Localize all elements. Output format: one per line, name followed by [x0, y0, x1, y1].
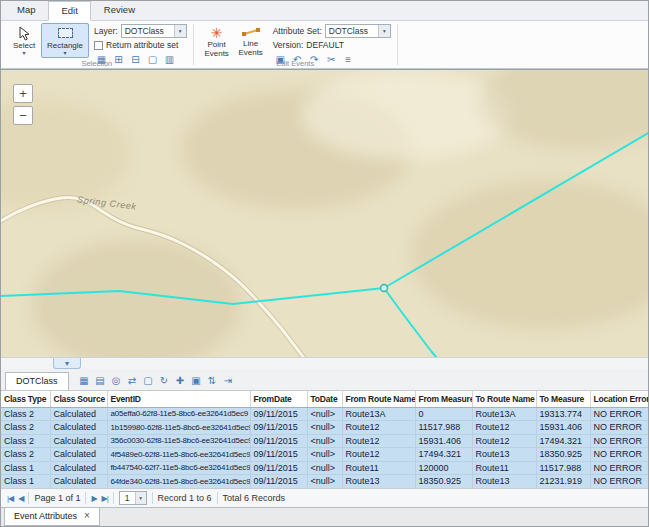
table-cell: 0 [415, 407, 472, 421]
return-attribute-set-label: Return attribute set [106, 40, 178, 50]
table-cell: Calculated [50, 448, 107, 462]
table-cell: Class 2 [1, 434, 50, 448]
version-label: Version: [273, 40, 304, 50]
column-header[interactable]: To Route Name [472, 391, 536, 407]
export-records-icon[interactable]: ⇥ [221, 373, 236, 388]
sort-records-icon[interactable]: ⇅ [205, 373, 220, 388]
table-cell: 17494.321 [415, 448, 472, 462]
layer-select[interactable]: DOTClass ▾ [121, 24, 187, 38]
point-events-icon: ✳ [211, 26, 223, 40]
table-row[interactable]: Class 2Calculateda05effa0-62f8-11e5-8bc6… [1, 407, 648, 421]
table-cell: 1b159980-62f8-11e5-8bc6-ee32641d5ec9 [107, 421, 250, 435]
table-cell: 15931.406 [415, 434, 472, 448]
table-row[interactable]: Class 2Calculated4f5489e0-62f8-11e5-8bc6… [1, 448, 648, 462]
ribbon-body: Select ▾ Rectangle ▾ Layer: DOTClass ▾ [1, 21, 648, 69]
table-row[interactable]: Class 2Calculated1b159980-62f8-11e5-8bc6… [1, 421, 648, 435]
save-record-icon[interactable]: ▣ [189, 373, 204, 388]
dotclass-layer-tab[interactable]: DOTClass [5, 372, 69, 390]
attribute-table: Class TypeClass SourceEventIDFromDateToD… [1, 391, 648, 488]
page-size-select[interactable]: 1 ▾ [119, 491, 147, 505]
layer-select-arrow-icon[interactable]: ▾ [174, 25, 186, 37]
table-cell: Route12 [472, 434, 536, 448]
table-row[interactable]: Class 2Calculated356c0030-62f8-11e5-8bc6… [1, 434, 648, 448]
tab-map[interactable]: Map [4, 0, 48, 20]
tab-review[interactable]: Review [91, 0, 148, 20]
road-spring-creek[interactable] [1, 198, 319, 357]
table-cell: NO ERROR [590, 421, 648, 435]
zoom-to-selection-icon[interactable]: ◎ [109, 373, 124, 388]
edit-events-group: ✳ Point Events Line Events Attribute Set… [194, 21, 397, 68]
column-header[interactable]: Location Error [590, 391, 648, 407]
next-page-button[interactable]: ▶ [91, 494, 96, 503]
column-header[interactable]: ToDate [307, 391, 342, 407]
first-page-button[interactable]: |◀ [7, 494, 13, 503]
table-cell: a05effa0-62f8-11e5-8bc6-ee32641d5ec9 [107, 407, 250, 421]
bottom-tab-bar: Event Attributes × [1, 507, 648, 526]
return-attribute-set-checkbox[interactable] [94, 41, 103, 50]
zoom-out-button[interactable]: − [13, 106, 33, 125]
rectangle-tool-button[interactable]: Rectangle ▾ [41, 23, 89, 58]
page-size-value: 1 [120, 493, 135, 503]
table-cell: fb447540-62f7-11e5-8bc6-ee32641d5ec9 [107, 461, 250, 475]
pager-separator [113, 492, 114, 504]
last-page-button[interactable]: ▶| [102, 494, 108, 503]
column-header[interactable]: From Route Name [342, 391, 415, 407]
layer-label: Layer: [94, 26, 118, 36]
selection-group: Select ▾ Rectangle ▾ Layer: DOTClass ▾ [1, 21, 193, 68]
page-size-arrow-icon[interactable]: ▾ [135, 492, 146, 504]
event-attributes-tab-label: Event Attributes [14, 511, 77, 521]
show-selected-records-icon[interactable]: ▤ [93, 373, 108, 388]
line-events-button[interactable]: Line Events [234, 23, 268, 58]
table-cell: <null> [307, 421, 342, 435]
route-line-west[interactable] [1, 288, 384, 304]
close-tab-icon[interactable]: × [84, 511, 90, 521]
rectangle-tool-label: Rectangle [47, 41, 83, 50]
column-header[interactable]: Class Source [50, 391, 107, 407]
panel-collapse-strip: ▼ [1, 357, 648, 369]
zoom-in-button[interactable]: + [13, 84, 33, 103]
table-cell: 64fde340-62f8-11e5-8bc6-ee32641d5ec9 [107, 475, 250, 489]
event-editor-window: Map Edit Review Select ▾ Rectangle ▾ Lay… [0, 0, 649, 527]
table-cell: 15931.406 [536, 421, 590, 435]
select-cursor-icon [18, 26, 31, 41]
map-canvas[interactable]: Spring Creek + − [1, 69, 648, 357]
table-cell: <null> [307, 434, 342, 448]
tab-event-attributes[interactable]: Event Attributes × [4, 508, 100, 526]
route-line-northeast[interactable] [384, 132, 648, 288]
show-all-records-icon[interactable]: ▦ [77, 373, 92, 388]
switch-selection-icon[interactable]: ⇄ [125, 373, 140, 388]
column-header[interactable]: From Measure [415, 391, 472, 407]
table-cell: 09/11/2015 [250, 421, 307, 435]
point-events-button[interactable]: ✳ Point Events [200, 23, 234, 58]
route-junction-vertex[interactable] [381, 285, 388, 292]
table-cell: NO ERROR [590, 448, 648, 462]
version-value: DEFAULT [306, 40, 344, 50]
total-records-text: Total 6 Records [223, 493, 286, 503]
add-record-icon[interactable]: ✚ [173, 373, 188, 388]
previous-page-button[interactable]: ◀ [18, 494, 23, 503]
selection-group-caption: Selection [1, 59, 193, 68]
pager-separator [28, 492, 29, 504]
table-row[interactable]: Class 1Calculated64fde340-62f8-11e5-8bc6… [1, 475, 648, 489]
attribute-set-select[interactable]: DOTClass ▾ [325, 24, 391, 38]
column-header[interactable]: EventID [107, 391, 250, 407]
collapse-panel-button[interactable]: ▼ [53, 358, 81, 369]
refresh-icon[interactable]: ↻ [157, 373, 172, 388]
table-cell: 17494.321 [536, 434, 590, 448]
rectangle-dropdown-icon[interactable]: ▾ [63, 50, 66, 57]
column-header[interactable]: To Measure [536, 391, 590, 407]
table-cell: Route11 [472, 461, 536, 475]
table-cell: 11517.988 [415, 421, 472, 435]
table-cell: <null> [307, 407, 342, 421]
table-row[interactable]: Class 1Calculatedfb447540-62f7-11e5-8bc6… [1, 461, 648, 475]
attribute-set-arrow-icon[interactable]: ▾ [378, 25, 390, 37]
select-dropdown-icon[interactable]: ▾ [22, 50, 25, 57]
route-line-south[interactable] [384, 288, 451, 357]
edit-events-group-caption: Edit Events [194, 59, 397, 68]
map-features-layer[interactable] [1, 70, 648, 357]
column-header[interactable]: Class Type [1, 391, 50, 407]
tab-edit[interactable]: Edit [48, 1, 90, 21]
select-tool-button[interactable]: Select ▾ [7, 23, 41, 58]
column-header[interactable]: FromDate [250, 391, 307, 407]
clear-selection-icon[interactable]: ▢ [141, 373, 156, 388]
